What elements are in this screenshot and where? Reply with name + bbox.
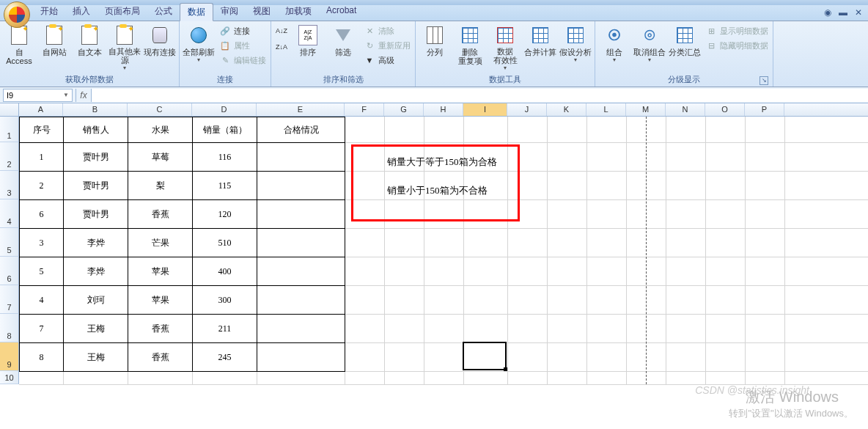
from-other-button[interactable]: ✦自其他来源▾ xyxy=(108,23,141,71)
spreadsheet-grid[interactable]: ABCDEFGHIJKLMNOP 12345678910 序号销售人水果销量（箱… xyxy=(0,103,868,429)
office-button[interactable] xyxy=(4,1,30,28)
data-validation-button[interactable]: 数据 有效性▾ xyxy=(489,23,521,71)
tab-页面布局[interactable]: 页面布局 xyxy=(98,3,147,21)
table-header[interactable]: 序号 xyxy=(20,117,64,143)
tab-视图[interactable]: 视图 xyxy=(246,3,278,21)
table-cell[interactable]: 5 xyxy=(20,257,64,286)
col-header-N[interactable]: N xyxy=(666,103,705,116)
table-cell[interactable] xyxy=(257,172,345,200)
table-cell[interactable]: 4 xyxy=(20,286,64,315)
row-header-1[interactable]: 1 xyxy=(0,117,19,142)
row-header-3[interactable]: 3 xyxy=(0,171,19,199)
table-cell[interactable]: 300 xyxy=(193,286,257,315)
table-cell[interactable] xyxy=(257,286,345,315)
table-cell[interactable]: 李烨 xyxy=(64,257,128,286)
col-header-A[interactable]: A xyxy=(19,103,63,116)
ungroup-button[interactable]: ⦾取消组合▾ xyxy=(633,23,666,71)
table-cell[interactable] xyxy=(257,200,345,229)
table-cell[interactable]: 120 xyxy=(193,200,257,229)
group-button[interactable]: ⦿组合▾ xyxy=(598,23,630,71)
table-cell[interactable]: 2 xyxy=(20,172,64,200)
tab-数据[interactable]: 数据 xyxy=(180,3,213,21)
row-header-2[interactable]: 2 xyxy=(0,142,19,171)
subtotal-button[interactable]: 分类汇总 xyxy=(669,23,701,71)
table-cell[interactable]: 510 xyxy=(193,229,257,257)
table-header[interactable]: 销售人 xyxy=(64,117,128,143)
table-cell[interactable]: 3 xyxy=(20,229,64,257)
tab-审阅[interactable]: 审阅 xyxy=(213,3,246,21)
select-all-corner[interactable] xyxy=(0,103,19,116)
table-cell[interactable]: 7 xyxy=(20,315,64,343)
sort-asc-button[interactable]: A↓Z xyxy=(274,24,289,37)
col-header-G[interactable]: G xyxy=(384,103,424,116)
table-cell[interactable]: 8 xyxy=(20,343,64,372)
tab-公式[interactable]: 公式 xyxy=(147,3,180,21)
tab-Acrobat[interactable]: Acrobat xyxy=(319,3,364,21)
filter-button[interactable]: 筛选 xyxy=(327,23,359,71)
sort-button[interactable]: A|ZZ|A排序 xyxy=(292,23,324,71)
table-cell[interactable]: 1 xyxy=(20,143,64,172)
from-web-button[interactable]: ✦自网站 xyxy=(38,23,70,71)
minimize-ribbon-icon[interactable]: ▬ xyxy=(839,7,847,18)
fx-icon[interactable]: fx xyxy=(76,89,92,102)
remove-duplicates-button[interactable]: 删除 重复项 xyxy=(454,23,486,71)
cells-area[interactable]: 序号销售人水果销量（箱）合格情况1贾叶男草莓1162贾叶男梨1156贾叶男香蕉1… xyxy=(19,117,868,384)
table-cell[interactable]: 贾叶男 xyxy=(64,172,128,200)
refresh-all-button[interactable]: 全部刷新▾ xyxy=(183,23,215,71)
col-header-K[interactable]: K xyxy=(547,103,586,116)
tab-插入[interactable]: 插入 xyxy=(65,3,98,21)
table-cell[interactable]: 116 xyxy=(193,143,257,172)
table-cell[interactable] xyxy=(257,143,345,172)
tab-加载项[interactable]: 加载项 xyxy=(278,3,319,21)
whatif-button[interactable]: 假设分析▾ xyxy=(559,23,592,71)
table-cell[interactable]: 芒果 xyxy=(128,229,193,257)
col-header-E[interactable]: E xyxy=(257,103,345,116)
col-header-B[interactable]: B xyxy=(63,103,128,116)
formula-input[interactable] xyxy=(92,89,868,102)
table-cell[interactable]: 香蕉 xyxy=(128,343,193,372)
text-to-columns-button[interactable]: 分列 xyxy=(419,23,451,71)
table-cell[interactable]: 梨 xyxy=(128,172,193,200)
table-cell[interactable]: 草莓 xyxy=(128,143,193,172)
col-header-L[interactable]: L xyxy=(586,103,626,116)
table-cell[interactable]: 香蕉 xyxy=(128,200,193,229)
connections-item[interactable]: 🔗连接 xyxy=(218,24,268,37)
row-header-4[interactable]: 4 xyxy=(0,199,19,228)
table-cell[interactable] xyxy=(257,257,345,286)
consolidate-button[interactable]: 合并计算 xyxy=(524,23,556,71)
table-cell[interactable]: 苹果 xyxy=(128,286,193,315)
table-cell[interactable]: 李烨 xyxy=(64,229,128,257)
help-icon[interactable]: ◉ xyxy=(824,7,831,18)
row-header-10[interactable]: 10 xyxy=(0,371,19,384)
col-header-F[interactable]: F xyxy=(345,103,384,116)
from-access-button[interactable]: ✦自 Access xyxy=(3,23,35,71)
table-cell[interactable] xyxy=(257,343,345,372)
row-header-5[interactable]: 5 xyxy=(0,228,19,257)
col-header-I[interactable]: I xyxy=(463,103,507,116)
table-cell[interactable]: 王梅 xyxy=(64,315,128,343)
row-header-7[interactable]: 7 xyxy=(0,285,19,314)
col-header-J[interactable]: J xyxy=(507,103,547,116)
table-cell[interactable] xyxy=(257,229,345,257)
table-cell[interactable]: 贾叶男 xyxy=(64,143,128,172)
launcher-icon[interactable]: ↘ xyxy=(760,76,768,85)
col-header-O[interactable]: O xyxy=(705,103,745,116)
col-header-M[interactable]: M xyxy=(626,103,666,116)
table-cell[interactable]: 香蕉 xyxy=(128,315,193,343)
table-cell[interactable]: 苹果 xyxy=(128,257,193,286)
table-cell[interactable]: 245 xyxy=(193,343,257,372)
from-text-button[interactable]: ✦自文本 xyxy=(73,23,106,71)
col-header-C[interactable]: C xyxy=(128,103,192,116)
table-header[interactable]: 合格情况 xyxy=(257,117,345,143)
table-cell[interactable]: 刘珂 xyxy=(64,286,128,315)
advanced-filter-item[interactable]: ▼高级 xyxy=(362,54,412,67)
table-cell[interactable]: 115 xyxy=(193,172,257,200)
row-header-6[interactable]: 6 xyxy=(0,257,19,285)
col-header-H[interactable]: H xyxy=(424,103,463,116)
sort-desc-button[interactable]: Z↓A xyxy=(274,40,289,54)
close-panel-icon[interactable]: ✕ xyxy=(855,7,862,18)
table-header[interactable]: 销量（箱） xyxy=(193,117,257,143)
table-cell[interactable]: 211 xyxy=(193,315,257,343)
col-header-P[interactable]: P xyxy=(745,103,784,116)
tab-开始[interactable]: 开始 xyxy=(33,3,65,21)
